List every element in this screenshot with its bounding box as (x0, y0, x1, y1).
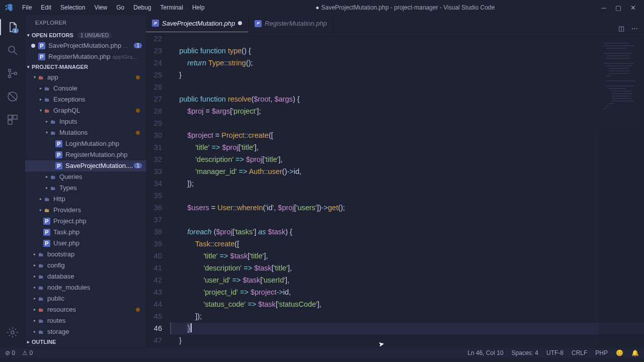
scm-tab-icon[interactable] (6, 66, 20, 80)
tree-item[interactable]: ▾🖿GraphQL (25, 105, 146, 116)
php-file-icon: P (152, 20, 159, 27)
explorer-badge: 1 (12, 28, 19, 33)
svg-rect-7 (8, 115, 12, 119)
status-feedback-icon[interactable]: 😊 (616, 349, 623, 356)
minimize-icon[interactable]: ─ (602, 4, 606, 12)
svg-rect-14 (604, 53, 631, 54)
folder-icon: 🖿 (37, 251, 44, 258)
problem-badge: 1 (134, 163, 142, 168)
tree-item[interactable]: ▸🖿database (25, 271, 146, 282)
tab-save-project[interactable]: P SaveProjectMutation.php (146, 15, 249, 32)
folder-icon: 🖿 (37, 317, 44, 324)
folder-icon: 🖿 (43, 96, 50, 103)
code-editor[interactable]: 2223242526272829303132333435363738394041… (146, 33, 644, 347)
open-editors-header[interactable]: ▾ OPEN EDITORS 1 UNSAVED (25, 31, 146, 40)
svg-rect-13 (606, 48, 626, 49)
tree-item[interactable]: ▸🖿resources (25, 304, 146, 315)
status-eol[interactable]: CRLF (572, 349, 587, 356)
folder-icon: 🖿 (37, 328, 44, 335)
tree-item[interactable]: ▸🖿Queries (25, 171, 146, 183)
editor-tabs: P SaveProjectMutation.php P RegisterMuta… (146, 15, 644, 33)
menu-terminal[interactable]: Terminal (156, 2, 187, 13)
open-editor-item[interactable]: P SaveProjectMutation.php ... 1 (25, 40, 146, 51)
svg-rect-23 (606, 80, 635, 81)
tree-item[interactable]: ▸🖿public (25, 293, 146, 304)
svg-point-2 (9, 69, 11, 72)
menu-view[interactable]: View (90, 2, 111, 13)
tree-item[interactable]: ▸🖿config (25, 260, 146, 271)
menu-file[interactable]: File (18, 2, 36, 13)
status-errors[interactable]: ⊘ 0 (5, 349, 15, 356)
minimap[interactable] (599, 33, 644, 349)
open-editor-item[interactable]: P RegisterMutation.php app\Gra... (25, 51, 146, 62)
tree-item[interactable]: PUser.php (25, 238, 146, 249)
scm-change-indicator-icon (136, 308, 140, 312)
status-bell-icon[interactable]: 🔔 (631, 349, 639, 356)
php-file-icon: P (55, 162, 62, 169)
svg-point-4 (15, 72, 17, 75)
tree-item[interactable]: ▸🖿Providers (25, 205, 146, 216)
tree-item[interactable]: PLoginMutation.php (25, 138, 146, 149)
tree-item[interactable]: ▸🖿Types (25, 183, 146, 194)
svg-rect-25 (609, 88, 626, 89)
status-encoding[interactable]: UTF-8 (546, 349, 564, 356)
search-tab-icon[interactable] (6, 43, 20, 57)
menu-bar: File Edit Selection View Go Debug Termin… (18, 2, 209, 13)
project-header[interactable]: ▾ PROJECT-MANAGER (25, 62, 146, 72)
debug-tab-icon[interactable] (6, 89, 20, 104)
php-file-icon: P (43, 240, 50, 247)
tree-item[interactable]: ▸🖿bootstrap (25, 249, 146, 260)
outline-header[interactable]: ▸ OUTLINE (25, 337, 146, 347)
svg-point-0 (9, 46, 15, 52)
folder-icon: 🖿 (43, 107, 50, 114)
folder-icon: 🖿 (43, 207, 50, 214)
php-file-icon: P (43, 218, 50, 225)
folder-icon: 🖿 (37, 262, 44, 269)
close-icon[interactable]: ✕ (630, 4, 636, 12)
svg-rect-27 (611, 93, 632, 94)
svg-rect-31 (609, 103, 614, 104)
more-actions-icon[interactable]: ⋯ (631, 25, 638, 32)
tree-item[interactable]: ▸🖿Http (25, 194, 146, 205)
folder-icon: 🖿 (37, 284, 44, 291)
folder-icon: 🖿 (37, 74, 44, 81)
menu-debug[interactable]: Debug (129, 2, 155, 13)
menu-help[interactable]: Help (188, 2, 209, 13)
svg-rect-21 (609, 73, 629, 74)
tree-item[interactable]: ▾🖿Mutations (25, 127, 146, 138)
extensions-tab-icon[interactable] (6, 113, 20, 127)
split-editor-icon[interactable]: ◫ (618, 25, 624, 32)
svg-rect-8 (13, 115, 17, 119)
folder-icon: 🖿 (37, 306, 44, 313)
tree-item[interactable]: PTask.php (25, 227, 146, 238)
explorer-tab-icon[interactable]: 1 (6, 20, 20, 34)
status-line-col[interactable]: Ln 46, Col 10 (467, 349, 503, 356)
tree-item[interactable]: ▸🖿Inputs (25, 116, 146, 127)
status-language[interactable]: PHP (595, 349, 608, 356)
status-warnings[interactable]: ⚠ 0 (22, 349, 33, 356)
tree-item[interactable]: ▸🖿routes (25, 315, 146, 326)
tree-item[interactable]: ▾🖿app (25, 72, 146, 83)
menu-edit[interactable]: Edit (37, 2, 55, 13)
tree-item[interactable]: ▸🖿node_modules (25, 282, 146, 293)
tab-register[interactable]: P RegisterMutation.php (249, 15, 334, 32)
svg-rect-12 (604, 45, 634, 46)
tree-item[interactable]: ▸🖿storage (25, 326, 146, 337)
menu-go[interactable]: Go (112, 2, 128, 13)
maximize-icon[interactable]: ▢ (615, 4, 621, 12)
svg-line-6 (9, 93, 17, 101)
svg-rect-17 (604, 63, 634, 64)
svg-rect-22 (606, 75, 611, 76)
status-spaces[interactable]: Spaces: 4 (512, 349, 538, 356)
svg-rect-24 (606, 85, 634, 86)
settings-gear-icon[interactable] (6, 325, 20, 339)
tree-item[interactable]: PSaveProjectMutation....1 (25, 160, 146, 171)
dirty-indicator-icon (31, 44, 35, 48)
folder-icon: 🖿 (43, 196, 50, 203)
file-tree: ▾🖿app▸🖿Console▸🖿Exceptions▾🖿GraphQL▸🖿Inp… (25, 72, 146, 337)
menu-selection[interactable]: Selection (56, 2, 89, 13)
tree-item[interactable]: ▸🖿Exceptions (25, 94, 146, 105)
tree-item[interactable]: PRegisterMutation.php (25, 149, 146, 160)
tree-item[interactable]: ▸🖿Console (25, 83, 146, 94)
tree-item[interactable]: PProject.php (25, 216, 146, 227)
